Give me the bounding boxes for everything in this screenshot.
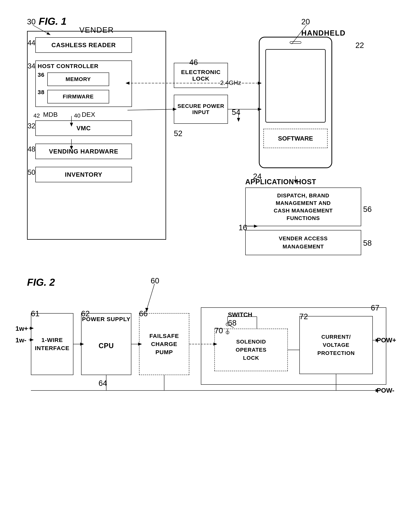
svg-marker-44 bbox=[376, 389, 380, 392]
ref-16: 16 bbox=[239, 223, 247, 232]
ref-56: 56 bbox=[363, 205, 372, 214]
svg-marker-32 bbox=[213, 342, 217, 346]
software-box: SOFTWARE bbox=[264, 129, 328, 148]
dex-label: DEX bbox=[82, 111, 95, 118]
cashless-reader-box: CASHLESS READER bbox=[35, 37, 132, 53]
ref-40: 40 bbox=[74, 112, 80, 119]
svg-line-21 bbox=[147, 284, 154, 309]
vender-box: VENDER CASHLESS READER 44 HOST CONTROLLE… bbox=[27, 31, 166, 240]
ref-32: 32 bbox=[28, 122, 35, 130]
inventory-box: INVENTORY bbox=[35, 167, 132, 182]
ref-34: 34 bbox=[28, 62, 35, 70]
svg-marker-30 bbox=[138, 342, 142, 346]
svg-marker-11 bbox=[237, 118, 240, 122]
fig1-title: FIG. 1 bbox=[39, 15, 67, 27]
fig2-area: FIG. 2 60 1-WIRE INTERFACE 61 1w+ 1w- PO… bbox=[15, 274, 385, 526]
ref-20: 20 bbox=[301, 17, 310, 26]
vending-hardware-box: VENDING HARDWARE bbox=[35, 144, 132, 159]
handheld-speaker bbox=[290, 41, 301, 44]
ref-54: 54 bbox=[232, 108, 240, 117]
ref-50: 50 bbox=[28, 168, 35, 177]
svg-marker-42 bbox=[376, 339, 380, 342]
vender-access-box: VENDER ACCESS MANAGEMENT bbox=[245, 230, 361, 255]
vender-label: VENDER bbox=[79, 26, 114, 34]
svg-marker-26 bbox=[30, 338, 34, 341]
electronic-lock-box: ELECTRONIC LOCK bbox=[174, 63, 228, 88]
handheld-device: SOFTWARE bbox=[259, 37, 332, 168]
ref-48: 48 bbox=[28, 145, 35, 153]
host-controller-box: HOST CONTROLLER MEMORY FIRMWARE 36 38 bbox=[35, 61, 132, 107]
fig2-arrows bbox=[15, 274, 400, 449]
ref-30: 30 bbox=[27, 17, 36, 26]
secure-power-input-box: SECURE POWER INPUT bbox=[174, 95, 228, 124]
ref-58: 58 bbox=[363, 239, 372, 247]
ref-42: 42 bbox=[33, 112, 40, 119]
ref-38: 38 bbox=[38, 89, 44, 95]
memory-box: MEMORY bbox=[47, 72, 109, 86]
svg-marker-28 bbox=[80, 342, 84, 346]
host-controller-label: HOST CONTROLLER bbox=[38, 63, 98, 70]
mdb-label: MDB bbox=[43, 111, 58, 118]
ref-22: 22 bbox=[355, 41, 364, 50]
svg-line-35 bbox=[228, 324, 234, 328]
svg-marker-22 bbox=[145, 308, 148, 312]
handheld-screen bbox=[265, 49, 326, 123]
svg-marker-24 bbox=[30, 327, 34, 330]
firmware-box: FIRMWARE bbox=[47, 90, 109, 103]
fig1-area: FIG. 1 30 20 VENDER CASHLESS READER 44 H… bbox=[15, 12, 385, 259]
ref-52: 52 bbox=[174, 129, 183, 138]
app-host-label: APPLICATION HOST bbox=[245, 178, 316, 186]
ref-46: 46 bbox=[189, 58, 198, 67]
dispatch-box: DISPATCH, BRAND MANAGEMENT AND CASH MANA… bbox=[245, 188, 361, 226]
vmc-box: VMC bbox=[35, 120, 132, 136]
ref-36: 36 bbox=[38, 71, 44, 78]
handheld-label: HANDHELD bbox=[301, 29, 345, 37]
ref-44: 44 bbox=[28, 39, 35, 47]
freq-label: 2.4GHz bbox=[220, 79, 241, 86]
